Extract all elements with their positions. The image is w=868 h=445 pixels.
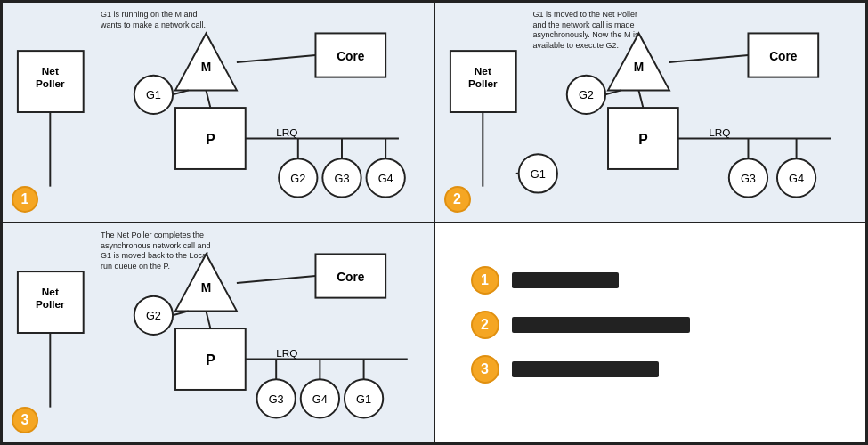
svg-text:Net: Net <box>42 286 59 298</box>
svg-text:G2: G2 <box>578 88 593 101</box>
svg-text:M: M <box>201 61 211 74</box>
svg-line-66 <box>206 311 210 328</box>
svg-text:G3: G3 <box>269 392 284 406</box>
svg-text:Core: Core <box>337 271 365 284</box>
legend-bar-3 <box>512 361 659 377</box>
panel-1: G1 is running on the M and wants to make… <box>2 2 434 222</box>
panel-2: G1 is moved to the Net Poller and the ne… <box>434 2 867 222</box>
svg-text:Poller: Poller <box>36 77 65 90</box>
diagram-1: Net Poller M Core G1 P LRQ <box>3 3 434 222</box>
panel-legend: 1 2 3 <box>434 222 867 443</box>
panel-3: The Net Poller completes the asynchronou… <box>2 222 434 443</box>
legend-bar-1 <box>512 272 619 288</box>
svg-text:Net: Net <box>474 65 491 77</box>
svg-text:Poller: Poller <box>36 298 65 311</box>
svg-text:G3: G3 <box>740 172 755 185</box>
svg-line-37 <box>669 55 748 62</box>
svg-line-14 <box>206 90 210 108</box>
step-badge-3: 3 <box>12 407 38 433</box>
svg-line-43 <box>638 90 643 108</box>
svg-line-8 <box>237 55 316 62</box>
step-badge-1: 1 <box>12 186 38 213</box>
diagram-2: Net Poller G1 M Core G2 P <box>435 3 866 222</box>
svg-text:G2: G2 <box>146 309 161 322</box>
svg-text:Core: Core <box>337 50 365 63</box>
legend-item-1: 1 <box>471 266 619 295</box>
diagram-3: Net Poller M Core G2 P LRQ <box>3 223 434 442</box>
step-badge-2: 2 <box>444 186 471 213</box>
svg-text:G4: G4 <box>378 172 393 185</box>
legend-bar-2 <box>512 317 690 333</box>
svg-text:G1: G1 <box>356 392 371 406</box>
svg-text:M: M <box>201 281 211 295</box>
svg-text:G1: G1 <box>146 88 161 101</box>
legend-badge-2: 2 <box>471 311 499 339</box>
legend-badge-1: 1 <box>471 266 499 295</box>
svg-text:LRQ: LRQ <box>276 126 297 139</box>
legend-item-2: 2 <box>471 311 690 339</box>
svg-text:G2: G2 <box>290 172 305 185</box>
svg-text:Core: Core <box>769 50 798 63</box>
svg-text:M: M <box>633 61 643 74</box>
svg-text:G4: G4 <box>312 392 328 406</box>
svg-text:LRQ: LRQ <box>709 126 730 139</box>
svg-line-60 <box>237 276 316 283</box>
svg-text:P: P <box>206 352 215 368</box>
svg-text:P: P <box>638 132 648 147</box>
svg-text:Poller: Poller <box>467 77 497 90</box>
legend-badge-3: 3 <box>471 355 499 384</box>
legend-item-3: 3 <box>471 355 659 384</box>
svg-text:G3: G3 <box>334 172 349 185</box>
svg-text:G4: G4 <box>789 172 804 185</box>
svg-text:G1: G1 <box>530 167 545 181</box>
svg-text:Net: Net <box>42 65 59 77</box>
main-grid: G1 is running on the M and wants to make… <box>0 0 868 445</box>
svg-text:LRQ: LRQ <box>276 347 297 360</box>
svg-text:P: P <box>206 132 215 147</box>
